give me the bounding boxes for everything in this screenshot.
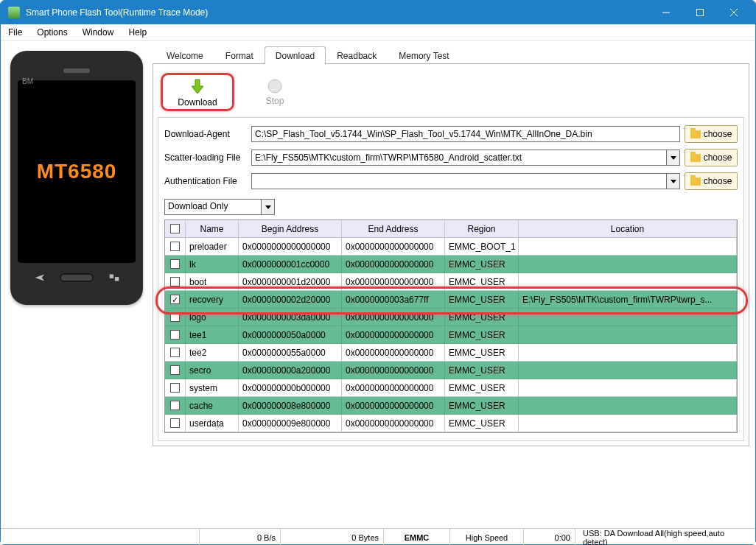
- download-button[interactable]: Download: [172, 78, 223, 108]
- col-location[interactable]: Location: [519, 220, 737, 238]
- window-title: Smart Phone Flash Tool(Runtime Trace Mod…: [26, 7, 208, 18]
- scatter-choose-button[interactable]: choose: [685, 149, 738, 166]
- phone-chip-label: MT6580: [18, 80, 136, 263]
- menu-window[interactable]: Window: [80, 26, 117, 39]
- status-mode: High Speed: [450, 529, 524, 545]
- menubar: File Options Window Help: [1, 24, 755, 41]
- row-checkbox[interactable]: [170, 242, 180, 251]
- svg-rect-0: [697, 10, 704, 16]
- row-checkbox[interactable]: [170, 383, 180, 393]
- download-button-highlight: Download: [161, 73, 234, 111]
- table-row[interactable]: tee20x0000000055a00000x0000000000000000E…: [165, 344, 737, 362]
- phone-preview: BM MT6580: [7, 46, 147, 528]
- row-checkbox[interactable]: [170, 277, 180, 286]
- tab-welcome[interactable]: Welcome: [155, 46, 214, 64]
- auth-label: Authentication File: [164, 176, 247, 186]
- menu-help[interactable]: Help: [125, 26, 150, 39]
- row-checkbox[interactable]: [170, 365, 180, 375]
- row-checkbox[interactable]: [170, 418, 180, 428]
- menu-options[interactable]: Options: [34, 26, 70, 39]
- row-checkbox[interactable]: [170, 295, 180, 304]
- maximize-button[interactable]: [683, 1, 717, 24]
- stop-icon: [267, 78, 283, 94]
- table-row[interactable]: preloader0x00000000000000000x00000000000…: [165, 238, 737, 256]
- tab-format[interactable]: Format: [214, 46, 265, 64]
- table-header: Name Begin Address End Address Region Lo…: [165, 220, 737, 238]
- home-icon: [60, 273, 94, 282]
- svg-rect-2: [115, 277, 119, 281]
- da-choose-button[interactable]: choose: [685, 125, 738, 143]
- tab-download[interactable]: Download: [265, 46, 326, 64]
- select-all-checkbox[interactable]: [170, 224, 180, 233]
- status-time: 0:00: [524, 529, 575, 545]
- col-end[interactable]: End Address: [342, 220, 445, 238]
- titlebar: Smart Phone Flash Tool(Runtime Trace Mod…: [1, 1, 755, 24]
- statusbar: 0 B/s 0 Bytes EMMC High Speed 0:00 USB: …: [1, 528, 755, 544]
- download-label: Download: [178, 97, 217, 108]
- row-checkbox[interactable]: [170, 348, 180, 357]
- close-button[interactable]: [717, 1, 751, 24]
- status-usb: USB: DA Download All(high speed,auto det…: [575, 529, 755, 545]
- scatter-label: Scatter-loading File: [164, 152, 247, 163]
- col-begin[interactable]: Begin Address: [239, 220, 342, 238]
- app-icon: [8, 7, 20, 18]
- table-row[interactable]: system0x000000000b0000000x00000000000000…: [165, 379, 737, 397]
- recent-icon: [108, 272, 121, 283]
- table-row[interactable]: lk0x0000000001cc00000x0000000000000000EM…: [165, 256, 737, 273]
- table-row[interactable]: userdata0x000000009e8000000x000000000000…: [165, 415, 737, 432]
- table-row[interactable]: boot0x0000000001d200000x0000000000000000…: [165, 273, 737, 291]
- back-icon: [32, 272, 46, 283]
- phone-brand: BM: [22, 77, 33, 85]
- download-arrow-icon: [189, 78, 206, 96]
- menu-file[interactable]: File: [5, 26, 25, 39]
- row-checkbox[interactable]: [170, 312, 180, 322]
- status-storage: EMMC: [384, 529, 450, 545]
- chevron-down-icon[interactable]: [666, 174, 679, 189]
- folder-icon: [690, 177, 701, 186]
- chevron-down-icon: [261, 200, 274, 214]
- table-row[interactable]: tee10x0000000050a00000x0000000000000000E…: [165, 326, 737, 344]
- table-row[interactable]: recovery0x0000000002d200000x0000000003a6…: [165, 291, 737, 309]
- col-name[interactable]: Name: [186, 220, 239, 238]
- table-row[interactable]: secro0x000000000a2000000x000000000000000…: [165, 362, 737, 379]
- stop-label: Stop: [266, 96, 284, 106]
- da-label: Download-Agent: [164, 129, 247, 139]
- folder-icon: [690, 154, 701, 162]
- tab-strip: Welcome Format Download Readback Memory …: [153, 46, 749, 64]
- tab-memory-test[interactable]: Memory Test: [388, 46, 460, 64]
- tab-readback[interactable]: Readback: [326, 46, 388, 64]
- minimize-button[interactable]: [649, 1, 683, 24]
- da-field[interactable]: C:\SP_Flash_Tool_v5.1744_Win\SP_Flash_To…: [251, 126, 680, 142]
- col-region[interactable]: Region: [445, 220, 519, 238]
- table-row[interactable]: cache0x000000008e8000000x000000000000000…: [165, 397, 737, 415]
- row-checkbox[interactable]: [170, 330, 180, 340]
- scatter-field[interactable]: E:\Fly_FS505\MTK\custom_firm\TWRP\MT6580…: [251, 150, 680, 166]
- stop-button[interactable]: Stop: [249, 78, 301, 106]
- auth-field[interactable]: [251, 173, 680, 189]
- svg-rect-1: [110, 275, 113, 278]
- row-checkbox[interactable]: [170, 401, 180, 410]
- status-bytes: 0 Bytes: [281, 529, 384, 545]
- partition-table: Name Begin Address End Address Region Lo…: [164, 219, 738, 433]
- status-speed: 0 B/s: [200, 529, 281, 545]
- download-mode-select[interactable]: Download Only: [164, 199, 275, 215]
- folder-icon: [690, 130, 701, 138]
- svg-point-3: [268, 80, 281, 93]
- chevron-down-icon[interactable]: [666, 150, 679, 165]
- auth-choose-button[interactable]: choose: [685, 172, 738, 190]
- table-row[interactable]: logo0x0000000003da00000x0000000000000000…: [165, 309, 737, 326]
- row-checkbox[interactable]: [170, 259, 180, 269]
